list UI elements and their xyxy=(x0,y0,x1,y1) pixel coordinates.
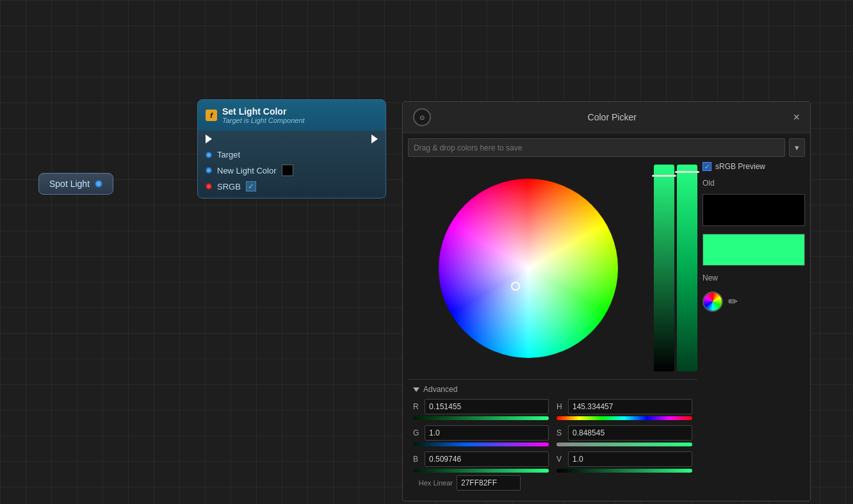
color-mode-icon[interactable] xyxy=(703,291,723,312)
new-label: New xyxy=(703,273,805,282)
g-channel-row: G xyxy=(413,425,549,446)
color-picker-header: ⊙ Color Picker × xyxy=(403,102,810,133)
srgb-preview-label: sRGB Preview xyxy=(715,162,765,171)
v-input-row: V xyxy=(556,451,692,467)
s-label: S xyxy=(556,428,564,437)
b-label: B xyxy=(413,455,421,464)
icon-row: ✏ xyxy=(703,291,805,312)
v-slider-2[interactable] xyxy=(677,165,697,371)
node-spotlight[interactable]: Spot Light xyxy=(38,173,113,195)
saved-colors-input[interactable] xyxy=(408,138,785,157)
vertical-sliders xyxy=(654,162,697,374)
new-light-color-row[interactable]: New Light Color xyxy=(198,162,386,179)
s-input-row: S xyxy=(556,425,692,441)
color-picker-right: ✓ sRGB Preview Old New ✏ xyxy=(703,162,805,496)
node-header: f Set Light Color Target is Light Compon… xyxy=(198,100,386,131)
color-wheel-container[interactable] xyxy=(408,162,649,374)
hex-input[interactable] xyxy=(457,475,521,491)
node-subtitle: Target is Light Component xyxy=(222,117,305,124)
saved-colors-dropdown[interactable]: ▾ xyxy=(789,138,805,157)
v-label: V xyxy=(556,455,564,464)
color-wheel-area xyxy=(408,162,697,374)
h-input-row: H xyxy=(556,399,692,414)
b-input-row: B xyxy=(413,451,549,467)
old-label: Old xyxy=(703,179,805,188)
color-picker-title: Color Picker xyxy=(588,112,637,122)
s-channel-row: S xyxy=(556,425,692,446)
advanced-collapse-icon xyxy=(413,387,419,392)
exec-row xyxy=(198,131,386,147)
close-button[interactable]: × xyxy=(793,111,800,124)
srgb-checkbox[interactable]: ✓ xyxy=(246,181,256,191)
hex-row: Hex Linear xyxy=(413,475,692,491)
advanced-section: Advanced R xyxy=(408,379,697,496)
func-icon: f xyxy=(206,110,217,121)
hsv-col: H S xyxy=(556,399,692,473)
color-wheel-svg xyxy=(439,179,618,358)
color-picker-left: Advanced R xyxy=(408,162,697,496)
g-input[interactable] xyxy=(425,425,549,441)
srgb-preview-row: ✓ sRGB Preview xyxy=(703,162,805,171)
b-input[interactable] xyxy=(425,451,549,467)
new-light-color-label: New Light Color xyxy=(217,166,277,175)
new-light-color-pin[interactable] xyxy=(206,167,212,174)
srgb-label: SRGB xyxy=(217,182,241,191)
srgb-pin xyxy=(206,183,212,190)
node-setlight[interactable]: f Set Light Color Target is Light Compon… xyxy=(197,99,386,199)
v-channel-row: V xyxy=(556,451,692,473)
advanced-label: Advanced xyxy=(423,385,457,394)
spotlight-label: Spot Light xyxy=(49,179,90,189)
r-input[interactable] xyxy=(425,399,549,414)
g-label: G xyxy=(413,428,421,437)
exec-in-pin[interactable] xyxy=(206,134,212,143)
target-label: Target xyxy=(217,150,240,159)
node-title: Set Light Color xyxy=(222,106,305,117)
color-picker-body: Advanced R xyxy=(403,157,810,501)
advanced-header[interactable]: Advanced xyxy=(413,385,692,394)
rgb-col: R G xyxy=(413,399,549,473)
target-row: Target xyxy=(198,147,386,162)
old-color-swatch xyxy=(703,194,805,226)
h-label: H xyxy=(556,402,564,411)
saved-colors-bar: ▾ xyxy=(403,133,810,157)
h-channel-row: H xyxy=(556,399,692,420)
spotlight-output-pin[interactable] xyxy=(95,180,102,188)
color-swatch[interactable] xyxy=(282,165,293,176)
srgb-preview-checkbox[interactable]: ✓ xyxy=(703,162,711,171)
hex-label: Hex Linear xyxy=(413,479,453,487)
exec-out-pin[interactable] xyxy=(371,134,378,143)
color-picker-dialog: ⊙ Color Picker × ▾ xyxy=(402,101,811,501)
s-input[interactable] xyxy=(568,425,692,441)
v-input[interactable] xyxy=(568,451,692,467)
srgb-row: SRGB ✓ xyxy=(198,179,386,198)
new-color-swatch xyxy=(703,234,805,266)
r-input-row: R xyxy=(413,399,549,414)
g-input-row: G xyxy=(413,425,549,441)
r-channel-row: R xyxy=(413,399,549,420)
h-input[interactable] xyxy=(568,399,692,414)
eyedropper-icon[interactable]: ✏ xyxy=(728,295,738,309)
channels-section: R G xyxy=(413,399,692,473)
r-label: R xyxy=(413,402,421,411)
b-channel-row: B xyxy=(413,451,549,473)
ue-logo-icon: ⊙ xyxy=(413,108,431,126)
v-slider-1[interactable] xyxy=(654,165,674,371)
target-pin[interactable] xyxy=(206,152,212,158)
